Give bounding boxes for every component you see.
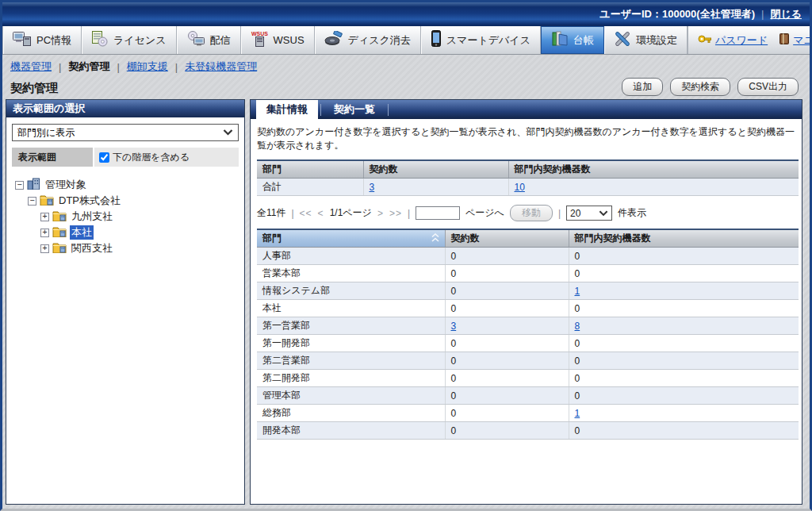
last-page-button[interactable]: >> xyxy=(389,208,402,219)
toolbar-item-wsus[interactable]: WSUS WSUS xyxy=(241,26,315,54)
contracts-count-cell: 0 xyxy=(445,335,569,352)
devices-count-cell: 0 xyxy=(569,370,799,387)
total-label-cell: 合計 xyxy=(257,179,363,196)
building-icon xyxy=(27,178,40,192)
toolbar-item-license[interactable]: ライセンス xyxy=(82,26,177,54)
total-devices-link[interactable]: 10 xyxy=(515,182,525,193)
tree-node: 管理対象 xyxy=(12,177,239,193)
department-row: 総務部01 xyxy=(257,405,799,422)
tree-node: 九州支社 xyxy=(12,209,239,225)
prev-page-button[interactable]: < xyxy=(318,208,324,219)
toolbar-item-smart-device[interactable]: スマートデバイス xyxy=(421,26,541,54)
tree-node-label-kyushu[interactable]: 九州支社 xyxy=(70,209,114,224)
add-button[interactable]: 追加 xyxy=(622,78,663,96)
toolbar-item-label: ディスク消去 xyxy=(348,33,411,48)
toolbar-item-pc-info[interactable]: PC情報 xyxy=(2,26,82,54)
nav-current-contract-mgmt: 契約管理 xyxy=(68,60,109,74)
contracts-count-link[interactable]: 3 xyxy=(451,321,457,332)
department-row: 第一開発部00 xyxy=(257,335,799,352)
smartphone-icon xyxy=(431,30,442,50)
toolbar-item-ledger[interactable]: 台帳 xyxy=(541,26,604,54)
department-row: 人事部00 xyxy=(257,248,799,265)
page-size-suffix: 件表示 xyxy=(618,206,646,220)
contracts-count-cell: 0 xyxy=(445,265,569,282)
devices-count-cell: 1 xyxy=(569,405,799,422)
password-link[interactable]: パスワード xyxy=(698,33,768,48)
toolbar-item-label: スマートデバイス xyxy=(446,33,530,48)
include-lower-checkbox[interactable] xyxy=(99,152,109,163)
devices-count-cell: 0 xyxy=(569,352,799,370)
nav-separator xyxy=(175,61,178,73)
org-folder-icon xyxy=(52,210,67,224)
tree-expand-toggle[interactable] xyxy=(40,229,49,237)
page-size-value: 20 xyxy=(570,208,580,219)
nav-link-inventory[interactable]: 棚卸支援 xyxy=(127,60,168,74)
tab-separator xyxy=(388,104,389,116)
toolbar-utility-links: パスワード マニュアル xyxy=(688,26,812,54)
org-folder-icon xyxy=(52,226,67,240)
contracts-column-header[interactable]: 契約数 xyxy=(445,229,569,248)
contract-search-button[interactable]: 契約検索 xyxy=(670,78,730,96)
tab-summary[interactable]: 集計情報 xyxy=(256,100,318,119)
manual-link[interactable]: マニュアル xyxy=(779,33,812,48)
manual-link-label: マニュアル xyxy=(793,33,812,48)
dept-name-cell: 第二営業部 xyxy=(257,352,445,370)
dept-name-cell: 営業本部 xyxy=(257,265,445,282)
tree-collapse-toggle[interactable] xyxy=(15,181,24,190)
titlebar-separator: | xyxy=(761,8,764,20)
tree-expand-toggle[interactable] xyxy=(40,244,49,253)
devices-count-cell: 0 xyxy=(569,335,799,352)
tree-node: DTP株式会社 xyxy=(12,193,239,209)
contracts-count-cell: 3 xyxy=(445,317,569,335)
tree-node-label-kansai[interactable]: 関西支社 xyxy=(70,241,114,256)
contracts-count-cell: 0 xyxy=(445,300,569,317)
dept-name-cell: 情報システム部 xyxy=(257,282,445,300)
tree-expand-toggle[interactable] xyxy=(40,213,49,221)
close-link[interactable]: 閉じる xyxy=(770,7,802,21)
org-tree: 管理対象 DTP株式会社 九州支社 本社 xyxy=(12,177,239,256)
toolbar-item-distribution[interactable]: 配信 xyxy=(177,26,241,54)
summary-table: 部門 契約数 部門内契約機器数 合計 3 10 xyxy=(257,159,799,196)
summary-header-dept[interactable]: 部門 xyxy=(257,160,363,179)
csv-export-button[interactable]: CSV出力 xyxy=(737,78,799,96)
toolbar-item-label: 配信 xyxy=(210,33,231,48)
devices-count-link[interactable]: 1 xyxy=(575,286,580,297)
title-bar: ユーザーID：100000(全社管理者) | 閉じる xyxy=(2,2,810,25)
next-page-button[interactable]: > xyxy=(377,208,384,219)
page-size-select[interactable]: 20 xyxy=(566,206,612,221)
devices-count-link[interactable]: 8 xyxy=(575,321,580,332)
toolbar-item-disk-erase[interactable]: ディスク消去 xyxy=(315,26,421,54)
contracts-count-cell: 0 xyxy=(445,422,569,440)
toolbar-item-settings[interactable]: 環境設定 xyxy=(604,26,688,54)
page-number-input[interactable] xyxy=(416,206,460,220)
nav-link-device-mgmt[interactable]: 機器管理 xyxy=(10,60,52,74)
org-folder-icon xyxy=(52,242,67,256)
summary-header-devices[interactable]: 部門内契約機器数 xyxy=(508,160,799,179)
dept-column-header[interactable]: 部門 xyxy=(257,229,445,248)
tree-node-label-root[interactable]: 管理対象 xyxy=(44,178,88,192)
first-page-button[interactable]: << xyxy=(300,208,312,219)
scope-panel: 表示範囲の選択 部門別に表示 表示範囲 下の階層を含める 管理対象 xyxy=(6,99,245,505)
breadcrumb: 機器管理 契約管理 棚卸支援 未登録機器管理 xyxy=(2,55,810,76)
devices-column-header[interactable]: 部門内契約機器数 xyxy=(569,229,799,248)
tab-bar: 集計情報 契約一覧 xyxy=(251,100,802,119)
summary-header-contracts[interactable]: 契約数 xyxy=(363,160,508,179)
license-icon xyxy=(91,31,109,49)
tree-node-label-honsha[interactable]: 本社 xyxy=(70,225,94,240)
tree-node: 関西支社 xyxy=(12,240,239,256)
total-count-label: 全11件 xyxy=(257,206,285,220)
nav-link-unregistered[interactable]: 未登録機器管理 xyxy=(185,60,257,74)
tree-collapse-toggle[interactable] xyxy=(28,197,36,206)
pagination-separator xyxy=(558,208,561,219)
display-mode-select[interactable]: 部門別に表示 xyxy=(12,124,239,141)
total-contracts-link[interactable]: 3 xyxy=(370,182,375,193)
tree-node-label-company[interactable]: DTP株式会社 xyxy=(57,194,122,208)
dept-name-cell: 第一開発部 xyxy=(257,335,445,352)
scope-row: 表示範囲 下の階層を含める xyxy=(12,148,239,167)
contracts-count-cell: 0 xyxy=(445,352,569,370)
tab-contract-list[interactable]: 契約一覧 xyxy=(324,100,385,119)
page-title: 契約管理 xyxy=(10,81,58,96)
move-button[interactable]: 移動 xyxy=(510,205,553,221)
devices-count-link[interactable]: 1 xyxy=(575,408,580,419)
distribution-icon xyxy=(186,31,205,49)
